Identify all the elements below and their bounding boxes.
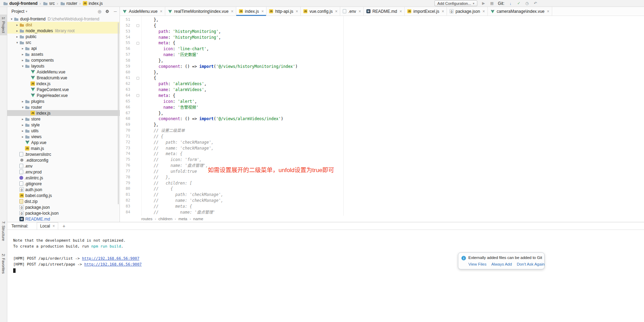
tree-item-env-prod[interactable]: .env.prod <box>7 169 120 175</box>
close-tab-icon[interactable]: × <box>160 9 162 14</box>
chevron-down-icon[interactable]: ▾ <box>20 64 25 68</box>
project-tree-scrollbar[interactable] <box>118 23 119 204</box>
locate-file-icon[interactable]: ◎ <box>98 9 101 14</box>
tree-item-dist-zip[interactable]: dist.zip <box>7 198 120 204</box>
tree-item-index-js[interactable]: JSindex.js <box>7 81 120 87</box>
tool-window-button-project[interactable]: 1: Project <box>0 15 7 35</box>
git-update-icon[interactable]: ↓ <box>508 1 513 6</box>
editor-breadcrumb-children[interactable]: children <box>158 217 172 221</box>
tree-item-gitignore[interactable]: .gitignore <box>7 181 120 187</box>
tree-item-duoji-frontend[interactable]: ▾duoji-frontendD:\zheheWeb\duoji-fronten… <box>7 16 120 22</box>
tree-item-babel-config-js[interactable]: JSbabel.config.js <box>7 193 120 198</box>
chevron-right-icon[interactable]: ▸ <box>15 35 19 38</box>
tree-item-asidemenu-vue[interactable]: AsideMenu.vue <box>7 69 120 75</box>
tree-item-editorconfig[interactable]: .editorconfig <box>7 157 120 163</box>
add-configuration-button[interactable]: Add Configuration... ▾ <box>434 0 478 6</box>
chevron-down-icon[interactable]: ▾ <box>26 10 27 13</box>
tree-item-utils[interactable]: ▸utils <box>7 128 120 134</box>
close-tab-icon[interactable]: × <box>399 9 402 14</box>
tree-item-node-modules[interactable]: ▸node_moduleslibrary root <box>7 28 120 34</box>
breadcrumb-item-router[interactable]: router <box>59 0 78 7</box>
editor-tab-http-api-js[interactable]: JShttp-api.js× <box>266 7 301 16</box>
tree-item-router[interactable]: ▾router <box>7 104 120 110</box>
tree-item-layouts[interactable]: ▾layouts <box>7 63 120 69</box>
fold-marker-icon[interactable] <box>136 94 139 97</box>
tree-item-public[interactable]: ▸public <box>7 34 120 39</box>
terminal-tab-local[interactable]: Local × <box>37 222 59 230</box>
editor-tab-vue-config-js[interactable]: JSvue.config.js× <box>301 7 340 16</box>
editor-tab-readme-md[interactable]: MREADME.md× <box>364 7 405 16</box>
close-tab-icon[interactable]: × <box>547 9 549 14</box>
terminal-link[interactable]: http://192.168.66.56:9007 <box>82 256 140 261</box>
code-editor[interactable]: 51 },52 {53 path: 'historyMonitoring',54… <box>120 16 644 216</box>
hide-panel-icon[interactable]: ─ <box>114 9 117 14</box>
fold-marker-icon[interactable] <box>136 77 139 80</box>
tree-item-pageheader-vue[interactable]: PageHeader.vue <box>7 92 120 98</box>
close-tab-icon[interactable]: × <box>359 9 361 14</box>
chevron-right-icon[interactable]: ▸ <box>20 100 25 103</box>
editor-tab-package-json[interactable]: {}package.json× <box>447 7 488 16</box>
tree-item-breadcrumb-vue[interactable]: Breadcrumb.vue <box>7 75 120 81</box>
notification-action-don-t-ask-again[interactable]: Don't Ask Again <box>517 262 545 266</box>
chevron-down-icon[interactable]: ▾ <box>15 41 19 44</box>
tool-window-button-favorites[interactable]: 2: Favorites <box>0 251 7 276</box>
breadcrumb-item-index-js[interactable]: JSindex.js <box>82 0 104 7</box>
tree-item-package-json[interactable]: {}package.json <box>7 204 120 210</box>
services-icon[interactable]: ▦ <box>489 1 494 6</box>
tree-item-env[interactable]: .env <box>7 163 120 169</box>
chevron-down-icon[interactable]: ▾ <box>9 17 14 21</box>
fold-marker-icon[interactable] <box>136 42 139 45</box>
breadcrumb-item-src[interactable]: src <box>42 0 56 7</box>
tree-item-browserslistrc[interactable]: .browserslistrc <box>7 151 120 157</box>
git-rollback-icon[interactable]: ↶ <box>533 1 538 6</box>
new-terminal-button[interactable]: + <box>62 223 65 229</box>
fold-marker-icon[interactable] <box>136 24 139 27</box>
project-panel-title[interactable]: Project <box>11 9 24 14</box>
chevron-right-icon[interactable]: ▸ <box>20 47 25 50</box>
tree-item-package-lock-json[interactable]: {}package-lock.json <box>7 210 120 216</box>
tree-item-src[interactable]: ▾src <box>7 39 120 45</box>
close-tab-icon[interactable]: × <box>295 9 298 14</box>
tree-item-index-js[interactable]: JSindex.js <box>7 110 120 116</box>
terminal-link[interactable]: http://192.168.66.56:9007 <box>84 262 142 267</box>
tree-item-auth-json[interactable]: {}auth.json <box>7 187 120 193</box>
tree-item-app-vue[interactable]: App.vue <box>7 140 120 145</box>
notification-action-view-files[interactable]: View Files <box>468 262 486 266</box>
editor-breadcrumb-routes[interactable]: routes <box>141 217 152 221</box>
tree-item-assets[interactable]: ▸assets <box>7 51 120 57</box>
tree-item-pagecontent-vue[interactable]: PageContent.vue <box>7 87 120 92</box>
chevron-right-icon[interactable]: ▸ <box>20 53 25 56</box>
tree-item-store[interactable]: ▸store <box>7 116 120 122</box>
editor-tab-importexcel-js[interactable]: JSimportExcel.js× <box>405 7 447 16</box>
notification-action-always-add[interactable]: Always Add <box>491 262 512 266</box>
tree-item-readme-md[interactable]: MREADME.md <box>7 216 120 222</box>
tree-item-dist[interactable]: ▸dist <box>7 22 120 28</box>
tree-item-eslintrc-js[interactable]: .eslintrc.js <box>7 175 120 181</box>
chevron-right-icon[interactable]: ▸ <box>20 59 25 62</box>
git-commit-icon[interactable]: ✓ <box>516 1 521 6</box>
tree-item-views[interactable]: ▸views <box>7 134 120 140</box>
chevron-right-icon[interactable]: ▸ <box>15 29 19 33</box>
editor-tab-realtimemonitoring-index-vue[interactable]: realTimeMonitoring\index.vue× <box>165 7 236 16</box>
close-icon[interactable]: × <box>52 224 55 229</box>
tree-item-main-js[interactable]: JSmain.js <box>7 145 120 151</box>
tool-window-button-structure[interactable]: 7: Structure <box>0 219 7 243</box>
close-tab-icon[interactable]: × <box>483 9 485 14</box>
close-tab-icon[interactable]: × <box>261 9 264 14</box>
editor-tab-asidemenu-vue[interactable]: AsideMenu.vue× <box>120 7 165 16</box>
chevron-right-icon[interactable]: ▸ <box>20 117 25 121</box>
breadcrumb-item-duoji-frontend[interactable]: duoji-frontend <box>2 0 38 7</box>
chevron-right-icon[interactable]: ▸ <box>20 123 25 127</box>
tree-item-api[interactable]: ▸api <box>7 45 120 51</box>
git-history-icon[interactable]: ◷ <box>524 1 530 6</box>
close-tab-icon[interactable]: × <box>335 9 337 14</box>
editor-tab-cameramanage-index-vue[interactable]: cameraManage\index.vue× <box>488 7 552 16</box>
editor-breadcrumb-name[interactable]: name <box>193 217 203 221</box>
tree-item-style[interactable]: ▸style <box>7 122 120 128</box>
close-tab-icon[interactable]: × <box>442 9 444 14</box>
tree-item-components[interactable]: ▸components <box>7 57 120 63</box>
settings-gear-icon[interactable] <box>105 9 109 14</box>
terminal-output[interactable]: Note that the development build is not o… <box>7 230 644 273</box>
editor-tab-env[interactable]: .env× <box>340 7 364 16</box>
chevron-right-icon[interactable]: ▸ <box>15 23 19 27</box>
